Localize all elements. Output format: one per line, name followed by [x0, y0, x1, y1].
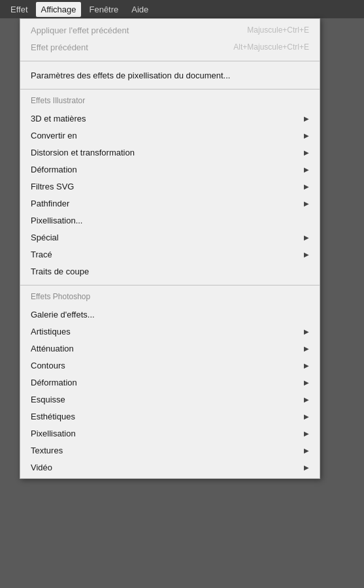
textures-label: Textures — [31, 446, 297, 455]
textures-item[interactable]: Textures ▶ — [20, 442, 320, 459]
artistiques-item[interactable]: Artistiques ▶ — [20, 323, 320, 340]
menu-effet[interactable]: Effet — [5, 2, 33, 17]
pixellisation-photoshop-label: Pixellisation — [31, 429, 297, 438]
section-illustrator-effects: 3D et matières ▶ Convertir en ▶ Distorsi… — [20, 107, 320, 282]
esquisse-label: Esquisse — [31, 395, 297, 404]
apply-previous-effect-label: Appliquer l'effet précédent — [31, 25, 234, 35]
contours-label: Contours — [31, 361, 297, 370]
previous-effect-label: Effet précédent — [31, 42, 220, 52]
distorsion-transformation-arrow: ▶ — [304, 149, 309, 156]
section-recent-effects: Appliquer l'effet précédent Majuscule+Ct… — [20, 19, 320, 58]
textures-arrow: ▶ — [304, 447, 309, 454]
esthetiques-label: Esthétiques — [31, 412, 297, 421]
video-label: Vidéo — [31, 463, 297, 472]
previous-effect-shortcut: Alt+Majuscule+Ctrl+E — [233, 42, 309, 52]
contours-item[interactable]: Contours ▶ — [20, 357, 320, 374]
apply-previous-effect-shortcut: Majuscule+Ctrl+E — [247, 25, 309, 35]
3d-matieres-item[interactable]: 3D et matières ▶ — [20, 110, 320, 127]
galerie-effets-item[interactable]: Galerie d'effets... — [20, 306, 320, 323]
pixellisation-label: Pixellisation... — [31, 216, 309, 225]
filtres-svg-item[interactable]: Filtres SVG ▶ — [20, 178, 320, 195]
canvas-area — [0, 18, 20, 588]
artistiques-arrow: ▶ — [304, 328, 309, 335]
distorsion-transformation-label: Distorsion et transformation — [31, 148, 297, 157]
divider-1 — [20, 61, 320, 61]
divider-3 — [20, 285, 320, 286]
video-item[interactable]: Vidéo ▶ — [20, 459, 320, 476]
convertir-en-label: Convertir en — [31, 131, 297, 140]
divider-2 — [20, 89, 320, 90]
menu-bar: Effet Affichage Fenêtre Aide — [0, 0, 364, 18]
menu-aide[interactable]: Aide — [126, 2, 154, 17]
contours-arrow: ▶ — [304, 362, 309, 369]
galerie-effets-label: Galerie d'effets... — [31, 310, 309, 319]
attenuation-arrow: ▶ — [304, 345, 309, 352]
section-photoshop-effects: Galerie d'effets... Artistiques ▶ Atténu… — [20, 303, 320, 478]
special-item[interactable]: Spécial ▶ — [20, 229, 320, 246]
filtres-svg-label: Filtres SVG — [31, 182, 297, 191]
pixellisation-item[interactable]: Pixellisation... — [20, 212, 320, 229]
special-arrow: ▶ — [304, 234, 309, 241]
deformation-photoshop-item[interactable]: Déformation ▶ — [20, 374, 320, 391]
attenuation-label: Atténuation — [31, 344, 297, 353]
pixelisation-settings-label: Paramètres des effets de pixellisation d… — [31, 71, 309, 80]
esquisse-item[interactable]: Esquisse ▶ — [20, 391, 320, 408]
pathfinder-label: Pathfinder — [31, 199, 297, 208]
deformation-illustrator-item[interactable]: Déformation ▶ — [20, 161, 320, 178]
deformation-photoshop-label: Déformation — [31, 378, 297, 387]
traits-de-coupe-item[interactable]: Traits de coupe — [20, 263, 320, 280]
distorsion-transformation-item[interactable]: Distorsion et transformation ▶ — [20, 144, 320, 161]
section-doc-settings: Paramètres des effets de pixellisation d… — [20, 64, 320, 86]
video-arrow: ▶ — [304, 464, 309, 471]
apply-previous-effect-item[interactable]: Appliquer l'effet précédent Majuscule+Ct… — [20, 22, 320, 39]
esthetiques-arrow: ▶ — [304, 413, 309, 420]
pixellisation-photoshop-item[interactable]: Pixellisation ▶ — [20, 425, 320, 442]
menu-affichage[interactable]: Affichage — [36, 2, 82, 17]
pixelisation-settings-item[interactable]: Paramètres des effets de pixellisation d… — [20, 67, 320, 84]
menu-fenetre[interactable]: Fenêtre — [84, 2, 124, 17]
effets-photoshop-label: Effets Photoshop — [20, 288, 320, 303]
special-label: Spécial — [31, 233, 297, 242]
trace-label: Tracé — [31, 250, 297, 259]
deformation-photoshop-arrow: ▶ — [304, 379, 309, 386]
deformation-illustrator-arrow: ▶ — [304, 166, 309, 173]
attenuation-item[interactable]: Atténuation ▶ — [20, 340, 320, 357]
pathfinder-arrow: ▶ — [304, 200, 309, 207]
traits-de-coupe-label: Traits de coupe — [31, 267, 309, 276]
previous-effect-item[interactable]: Effet précédent Alt+Majuscule+Ctrl+E — [20, 39, 320, 56]
trace-arrow: ▶ — [304, 251, 309, 258]
3d-matieres-label: 3D et matières — [31, 114, 297, 123]
pathfinder-item[interactable]: Pathfinder ▶ — [20, 195, 320, 212]
effets-illustrator-label: Effets Illustrator — [20, 92, 320, 107]
trace-item[interactable]: Tracé ▶ — [20, 246, 320, 263]
esthetiques-item[interactable]: Esthétiques ▶ — [20, 408, 320, 425]
convertir-en-arrow: ▶ — [304, 132, 309, 139]
artistiques-label: Artistiques — [31, 327, 297, 336]
filtres-svg-arrow: ▶ — [304, 183, 309, 190]
3d-matieres-arrow: ▶ — [304, 115, 309, 122]
pixellisation-photoshop-arrow: ▶ — [304, 430, 309, 437]
deformation-illustrator-label: Déformation — [31, 165, 297, 174]
convertir-en-item[interactable]: Convertir en ▶ — [20, 127, 320, 144]
esquisse-arrow: ▶ — [304, 396, 309, 403]
effet-dropdown: Appliquer l'effet précédent Majuscule+Ct… — [20, 18, 320, 479]
